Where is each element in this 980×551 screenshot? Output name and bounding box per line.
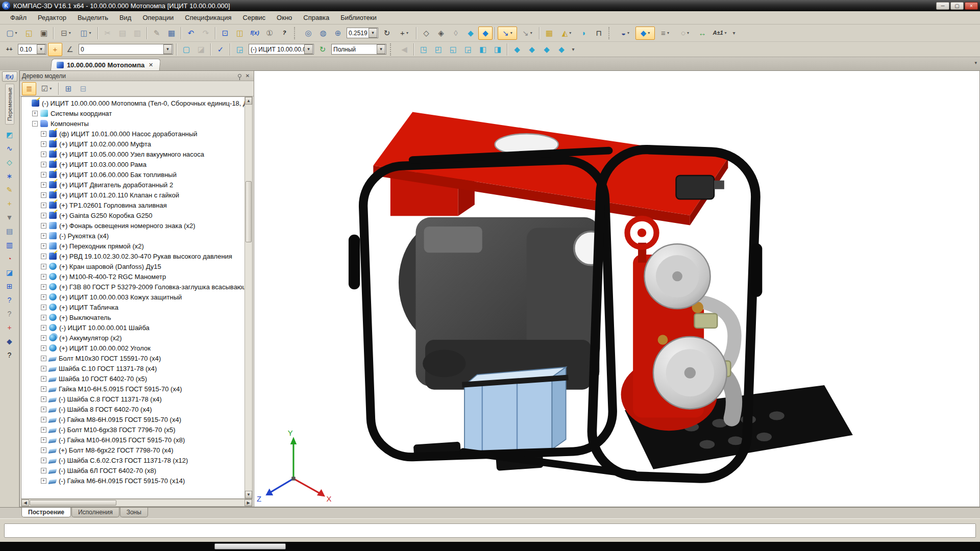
dimensions-button[interactable]: A±1 xyxy=(710,27,729,40)
tree-expand-toggle[interactable]: + xyxy=(41,386,46,392)
help-panel-button[interactable]: ? xyxy=(3,294,17,306)
tree-item[interactable]: +(+) Выключатель xyxy=(21,312,244,322)
tree-expand-toggle[interactable]: + xyxy=(41,356,46,361)
tree-item[interactable]: +(+) ИЦИТ 10.03.00.000 Рама xyxy=(21,159,244,169)
snap-button[interactable]: + xyxy=(48,43,62,56)
view-bottom-button[interactable]: ◲ xyxy=(461,43,475,56)
tree-item[interactable]: +(+) ИЦИТ 10.06.00.000 Бак топливный xyxy=(21,169,244,180)
assembly-operations-panel-button[interactable]: ⊞ xyxy=(3,280,17,292)
close-button[interactable]: × xyxy=(965,2,978,10)
filters-panel-button[interactable]: ▼ xyxy=(3,211,17,223)
tree-item[interactable]: +(+) Аккумулятор (x2) xyxy=(21,333,244,343)
pin-panel-button[interactable] xyxy=(235,72,243,80)
tree-expand-toggle[interactable]: + xyxy=(41,335,46,341)
tree-expand-toggle[interactable]: + xyxy=(41,213,46,218)
clipping-box-button[interactable]: ▦ xyxy=(542,27,556,40)
arrays-panel-button[interactable]: ∗ xyxy=(3,170,17,182)
variables-vertical-tab[interactable]: Переменные xyxy=(5,84,14,124)
auxiliary-geometry-panel-button[interactable]: ✎ xyxy=(3,184,17,196)
tree-item[interactable]: +Болт М10х30 ГОСТ 15591-70 (x4) xyxy=(21,353,244,363)
tree-expand-toggle[interactable]: + xyxy=(41,264,46,269)
move-component-button[interactable]: ++ xyxy=(2,43,16,56)
view-top-button[interactable]: ◱ xyxy=(446,43,460,56)
scroll-up-icon[interactable]: ▲ xyxy=(245,97,252,105)
tree-item[interactable]: +Гайка М10-6Н.5.0915 ГОСТ 5915-70 (x4) xyxy=(21,384,244,394)
tree-item[interactable]: +(-) Гайка М10-6Н.0915 ГОСТ 5915-70 (x8) xyxy=(21,435,244,445)
sketch-button[interactable]: ▢ xyxy=(179,43,193,56)
menu-item[interactable]: Вид xyxy=(114,12,137,23)
tree-expand-toggle[interactable]: + xyxy=(41,407,46,412)
surfaces-panel-button[interactable]: ◇ xyxy=(3,156,17,168)
tree-expand-toggle[interactable]: + xyxy=(41,366,46,371)
current-part-combo[interactable]: (-) ИЦИТ 10.00.00.0 xyxy=(249,44,314,55)
tree-composition-button[interactable]: ☑ xyxy=(37,82,56,95)
detail-level-combo[interactable]: Полный xyxy=(331,44,386,55)
variables-panel-button[interactable]: f(x) xyxy=(2,71,17,82)
minimize-button[interactable]: ─ xyxy=(936,2,949,10)
toolbar-options-button-2[interactable]: ▾ xyxy=(569,43,577,56)
tree-expand-toggle[interactable]: + xyxy=(41,396,46,402)
angle-combo[interactable]: 0 xyxy=(79,44,173,55)
scroll-down-icon[interactable]: ▼ xyxy=(245,491,252,498)
view-right-button[interactable]: ◨ xyxy=(491,43,505,56)
conditional-marks-panel-button[interactable]: ◆ xyxy=(3,335,17,347)
sheet-metal-panel-button[interactable]: ◪ xyxy=(3,266,17,279)
mates-display-button[interactable]: ◗ xyxy=(577,27,591,40)
print-preview-button[interactable]: ◫ xyxy=(76,27,95,40)
tree-item[interactable]: +(-) Шайба 8 ГОСТ 6402-70 (x4) xyxy=(21,404,244,414)
tree-item[interactable]: +(+) ИЦИТ 10.02.00.000 Муфта xyxy=(21,139,244,149)
macro-element-button[interactable]: ◌ xyxy=(675,27,695,40)
menu-item[interactable]: Справка xyxy=(298,12,334,23)
context-help-button[interactable]: ? xyxy=(277,27,291,40)
display-wireframe-button[interactable]: ◇ xyxy=(419,27,433,40)
tree-expand-toggle[interactable]: + xyxy=(41,274,46,280)
scroll-right-icon[interactable]: ▶ xyxy=(244,499,252,506)
tree-item[interactable]: +(+) M100-R-400-T2 RGC Манометр xyxy=(21,271,244,282)
toolbar-grip[interactable] xyxy=(294,27,299,39)
cut-button[interactable]: ✂ xyxy=(101,27,115,40)
tree-additional-window-button[interactable]: ⊞ xyxy=(61,82,76,95)
simplified-display-button[interactable]: ↘ xyxy=(498,27,517,40)
menu-item[interactable]: Редактор xyxy=(33,12,71,23)
tree-item[interactable]: +(-) ИЦИТ 10.00.00.001 Шайба xyxy=(21,322,244,333)
tree-item[interactable]: +Шайба С.10 ГОСТ 11371-78 (x4) xyxy=(21,363,244,373)
tree-expand-toggle[interactable]: + xyxy=(41,182,46,188)
tree-item[interactable]: +(-) Гайка М8-6Н.0915 ГОСТ 5915-70 (x4) xyxy=(21,414,244,424)
tree-item[interactable]: +Шайба 10 ГОСТ 6402-70 (x5) xyxy=(21,373,244,384)
maximize-button[interactable]: ▢ xyxy=(950,2,964,10)
tree-expand-toggle[interactable]: + xyxy=(41,223,46,229)
tree-expand-toggle[interactable]: + xyxy=(41,345,46,351)
tree-structure-button[interactable]: ≣ xyxy=(22,82,36,95)
tree-expand-toggle[interactable]: + xyxy=(41,468,46,473)
tree-expand-toggle[interactable]: + xyxy=(32,111,38,116)
toolbar-options-button[interactable]: ▾ xyxy=(730,27,738,40)
zoom-scale-combo[interactable]: 0.2519 xyxy=(347,28,378,38)
tree-item[interactable]: +(-) Рукоятка (x4) xyxy=(21,231,244,241)
design-elements-panel-button[interactable]: ◔ xyxy=(3,253,17,265)
crane-mode-button[interactable]: ⊓ xyxy=(592,27,606,40)
tree-item[interactable]: +(+) ИЦИТ Двигатель доработанный 2 xyxy=(21,180,244,190)
menu-item[interactable]: Операции xyxy=(137,12,179,23)
tree-item[interactable]: +(+) ИЦИТ 10.00.00.002 Уголок xyxy=(21,343,244,353)
menu-item[interactable]: Библиотеки xyxy=(335,12,381,23)
display-shaded-edges-button[interactable]: ◆ xyxy=(478,27,493,40)
tree-expand-toggle[interactable]: + xyxy=(41,437,46,443)
redo-button[interactable]: ↷ xyxy=(199,27,213,40)
edit-part-panel-button[interactable]: ◩ xyxy=(3,129,17,141)
tree-item[interactable]: +(-) Болт М10-6gх38 ГОСТ 7796-70 (x5) xyxy=(21,424,244,435)
tree-expand-toggle[interactable]: + xyxy=(41,376,46,382)
reports-panel-button[interactable]: ▥ xyxy=(3,239,17,251)
tree-item[interactable]: +(+) ИЦИТ 10.05.00.000 Узел вакуумного н… xyxy=(21,149,244,159)
tree-item[interactable]: -Компоненты xyxy=(21,118,244,129)
scrollbar-thumb[interactable] xyxy=(30,500,116,506)
tree-item[interactable]: +(+) ИЦИТ 10.01.20.110 Клапан с гайкой xyxy=(21,190,244,200)
close-panel-button[interactable]: ✕ xyxy=(243,72,252,80)
docs-panel-button[interactable]: ? xyxy=(3,308,17,320)
chamfer-button[interactable]: ◪ xyxy=(194,43,208,56)
view-isometric-xyz-button[interactable]: ◆ xyxy=(510,43,524,56)
angle-snap-button[interactable]: ∠ xyxy=(63,43,77,56)
tree-item[interactable]: +(+) Болт М8-6gх22 ГОСТ 7798-70 (x4) xyxy=(21,445,244,455)
tree-expand-toggle[interactable]: + xyxy=(41,325,46,331)
menu-item[interactable]: Окно xyxy=(272,12,297,23)
menu-item[interactable]: Сервис xyxy=(238,12,271,23)
